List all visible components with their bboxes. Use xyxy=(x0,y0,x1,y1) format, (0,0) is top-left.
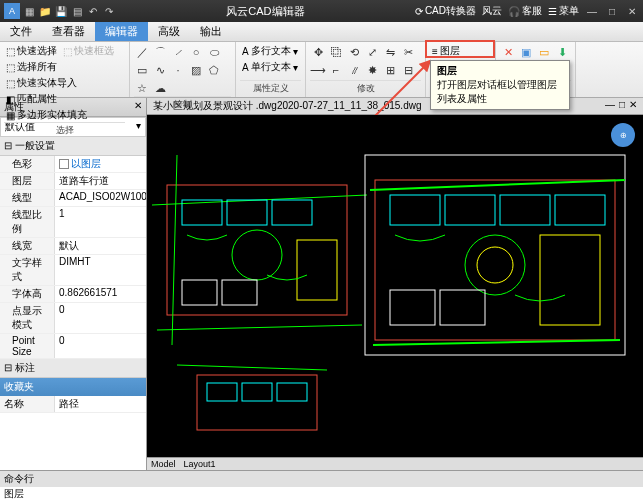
cmd-header: 命令行 xyxy=(0,471,643,487)
redo-icon[interactable]: ↷ xyxy=(102,4,116,18)
converter-link[interactable]: ⟳ CAD转换器 xyxy=(415,4,476,18)
select-all[interactable]: ⬚选择所有 xyxy=(4,60,59,74)
explode-icon[interactable]: ✸ xyxy=(364,62,380,78)
spline-icon[interactable]: ∿ xyxy=(152,62,168,78)
brand-link[interactable]: 风云 xyxy=(482,4,502,18)
titlebar: A ▦ 📁 💾 ▤ ↶ ↷ 风云CAD编辑器 ⟳ CAD转换器 风云 🎧 客服 … xyxy=(0,0,643,22)
close-icon[interactable]: ✕ xyxy=(625,4,639,18)
row-layer[interactable]: 图层道路车行道 xyxy=(0,173,146,190)
circle-icon[interactable]: ○ xyxy=(188,44,204,60)
cmd-history-1: 图层 xyxy=(0,487,643,500)
doc-max-icon[interactable]: □ xyxy=(619,99,625,113)
doc-icon[interactable]: ▤ xyxy=(70,4,84,18)
svg-rect-7 xyxy=(272,200,312,225)
tab-model[interactable]: Model xyxy=(151,459,176,469)
grp-mark[interactable]: ⊟ 标注 xyxy=(0,359,146,378)
del-icon[interactable]: ✕ xyxy=(500,44,516,60)
star-icon[interactable]: ☆ xyxy=(134,80,150,96)
svg-rect-6 xyxy=(227,200,267,225)
move-icon[interactable]: ✥ xyxy=(310,44,326,60)
extend-icon[interactable]: ⟶ xyxy=(310,62,326,78)
insert-icon[interactable]: ⬇ xyxy=(554,44,570,60)
fillet-icon[interactable]: ⌐ xyxy=(328,62,344,78)
block-icon[interactable]: ▣ xyxy=(518,44,534,60)
layer-button[interactable]: ≡ 图层 xyxy=(430,44,462,58)
quick-import[interactable]: ⬚快速实体导入 xyxy=(4,76,79,90)
tab-layout1[interactable]: Layout1 xyxy=(184,459,216,469)
svg-line-3 xyxy=(157,325,362,330)
stext[interactable]: A 单行文本▾ xyxy=(240,60,300,74)
viewcube[interactable]: ⊕ xyxy=(611,123,635,147)
rect-icon[interactable]: ▭ xyxy=(134,62,150,78)
svg-rect-16 xyxy=(390,195,440,225)
layer-tooltip: 图层 打开图层对话框以管理图层列表及属性 xyxy=(430,60,570,110)
svg-rect-18 xyxy=(500,195,550,225)
properties-panel: 属性✕ 默认值▾ ⊟ 一般设置 色彩以图层 图层道路车行道 线型ACAD_ISO… xyxy=(0,98,147,470)
svg-rect-23 xyxy=(440,290,485,325)
menu-link[interactable]: ☰ 菜单 xyxy=(548,4,579,18)
save-icon[interactable]: 💾 xyxy=(54,4,68,18)
tab-advanced[interactable]: 高级 xyxy=(148,22,190,41)
row-lweight[interactable]: 线宽默认 xyxy=(0,238,146,255)
svg-rect-28 xyxy=(242,383,272,401)
service-link[interactable]: 🎧 客服 xyxy=(508,4,542,18)
menubar: 文件 查看器 编辑器 高级 输出 xyxy=(0,22,643,42)
poly-fill[interactable]: ▦多边形实体填充 xyxy=(4,108,89,122)
tooltip-body: 打开图层对话框以管理图层列表及属性 xyxy=(437,78,563,106)
svg-rect-9 xyxy=(182,280,217,305)
ellipse-icon[interactable]: ⬭ xyxy=(206,44,222,60)
row-pdmode[interactable]: 点显示模式0 xyxy=(0,303,146,334)
svg-line-15 xyxy=(373,340,620,345)
new-icon[interactable]: ▦ xyxy=(22,4,36,18)
poly-icon[interactable]: ⬠ xyxy=(206,62,222,78)
point-icon[interactable]: · xyxy=(170,62,186,78)
svg-rect-22 xyxy=(390,290,435,325)
maximize-icon[interactable]: □ xyxy=(605,4,619,18)
scale-icon[interactable]: ⤢ xyxy=(364,44,380,60)
pline-icon[interactable]: ⟋ xyxy=(170,44,186,60)
svg-rect-29 xyxy=(277,383,307,401)
dim-icon[interactable]: ▭ xyxy=(536,44,552,60)
quick-select[interactable]: ⬚快速选择 xyxy=(4,44,59,58)
ribbon-select: ⬚快速选择 ⬚快速框选 ⬚选择所有 ⬚快速实体导入 ◧匹配属性 ▦多边形实体填充… xyxy=(0,42,130,97)
chevron-down-icon: ▾ xyxy=(136,120,141,134)
break-icon[interactable]: ⊟ xyxy=(400,62,416,78)
cloud-icon[interactable]: ☁ xyxy=(152,80,168,96)
ribbon-text: A 多行文本▾ A 单行文本▾ 属性定义 xyxy=(236,42,306,97)
row-psize[interactable]: Point Size0 xyxy=(0,334,146,359)
row-ltype[interactable]: 线型ACAD_ISO02W100 xyxy=(0,190,146,207)
row-tstyle[interactable]: 文字样式DIMHT xyxy=(0,255,146,286)
row-color[interactable]: 色彩以图层 xyxy=(0,156,146,173)
svg-rect-27 xyxy=(207,383,237,401)
rotate-icon[interactable]: ⟲ xyxy=(346,44,362,60)
grp-general[interactable]: ⊟ 一般设置 xyxy=(0,137,146,156)
doc-close-icon[interactable]: ✕ xyxy=(629,99,637,113)
tab-output[interactable]: 输出 xyxy=(190,22,232,41)
undo-icon[interactable]: ↶ xyxy=(86,4,100,18)
minimize-icon[interactable]: — xyxy=(585,4,599,18)
line-icon[interactable]: ／ xyxy=(134,44,150,60)
mirror-icon[interactable]: ⇋ xyxy=(382,44,398,60)
svg-rect-10 xyxy=(222,280,257,305)
tab-file[interactable]: 文件 xyxy=(0,22,42,41)
trim-icon[interactable]: ✂ xyxy=(400,44,416,60)
open-icon[interactable]: 📁 xyxy=(38,4,52,18)
model-tabs: Model Layout1 xyxy=(147,457,643,470)
mtext[interactable]: A 多行文本▾ xyxy=(240,44,300,58)
hatch-icon[interactable]: ▨ xyxy=(188,62,204,78)
copy-icon[interactable]: ⿻ xyxy=(328,44,344,60)
tab-editor[interactable]: 编辑器 xyxy=(95,22,148,41)
titlebar-right: ⟳ CAD转换器 风云 🎧 客服 ☰ 菜单 — □ ✕ xyxy=(415,4,639,18)
svg-point-8 xyxy=(232,230,282,280)
main: 属性✕ 默认值▾ ⊟ 一般设置 色彩以图层 图层道路车行道 线型ACAD_ISO… xyxy=(0,98,643,470)
doc-min-icon[interactable]: — xyxy=(605,99,615,113)
drawing-canvas[interactable]: ⊕ xyxy=(147,115,643,457)
match-props[interactable]: ◧匹配属性 xyxy=(4,92,59,106)
array-icon[interactable]: ⊞ xyxy=(382,62,398,78)
tab-viewer[interactable]: 查看器 xyxy=(42,22,95,41)
row-theight[interactable]: 字体高0.862661571 xyxy=(0,286,146,303)
arc-icon[interactable]: ⌒ xyxy=(152,44,168,60)
offset-icon[interactable]: ⫽ xyxy=(346,62,362,78)
svg-rect-19 xyxy=(555,195,605,225)
row-lscale[interactable]: 线型比例1 xyxy=(0,207,146,238)
